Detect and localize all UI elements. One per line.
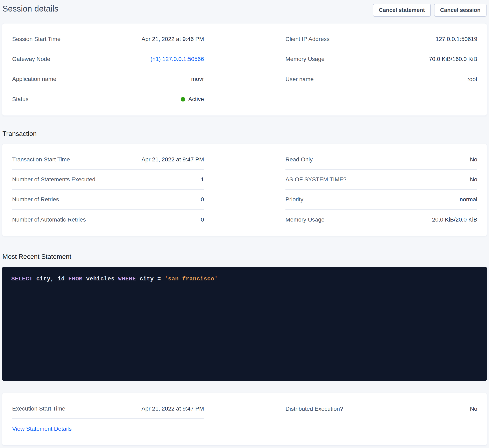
sql-plain-table: vehicles bbox=[82, 276, 118, 282]
gateway-node-label: Gateway Node bbox=[12, 56, 50, 62]
user-name-label: User name bbox=[285, 76, 314, 83]
statement-section-heading: Most Recent Statement bbox=[2, 252, 487, 261]
sql-statement-text: SELECT city, id FROM vehicles WHERE city… bbox=[11, 275, 478, 283]
read-only-value: No bbox=[470, 156, 477, 163]
as-of-system-time-label: AS OF SYSTEM TIME? bbox=[285, 176, 347, 183]
client-ip-value: 127.0.0.1:50619 bbox=[436, 36, 477, 42]
execution-start-time-label: Execution Start Time bbox=[12, 405, 65, 412]
cancel-session-button[interactable]: Cancel session bbox=[434, 4, 487, 17]
retries-value: 0 bbox=[201, 196, 204, 203]
sql-statement-box: SELECT city, id FROM vehicles WHERE city… bbox=[2, 267, 487, 381]
read-only-label: Read Only bbox=[285, 156, 313, 163]
execution-left-column: Execution Start Time Apr 21, 2022 at 9:4… bbox=[12, 399, 204, 439]
session-memory-usage-value: 70.0 KiB/160.0 KiB bbox=[429, 56, 477, 62]
transaction-section-heading: Transaction bbox=[2, 129, 487, 138]
sql-keyword-select: SELECT bbox=[11, 276, 33, 282]
session-summary-columns: Session Start Time Apr 21, 2022 at 9:46 … bbox=[2, 24, 487, 116]
view-statement-details-link[interactable]: View Statement Details bbox=[12, 426, 72, 432]
automatic-retries-label: Number of Automatic Retries bbox=[12, 216, 86, 223]
session-summary-left-column: Session Start Time Apr 21, 2022 at 9:46 … bbox=[12, 29, 204, 109]
execution-columns: Execution Start Time Apr 21, 2022 at 9:4… bbox=[2, 393, 487, 445]
retries-row: Number of Retries 0 bbox=[12, 190, 204, 210]
transaction-start-time-label: Transaction Start Time bbox=[12, 156, 70, 163]
automatic-retries-row: Number of Automatic Retries 0 bbox=[12, 210, 204, 230]
status-row: Status Active bbox=[12, 89, 204, 109]
priority-label: Priority bbox=[285, 196, 303, 203]
user-name-value: root bbox=[467, 76, 477, 83]
execution-start-time-row: Execution Start Time Apr 21, 2022 at 9:4… bbox=[12, 399, 204, 419]
application-name-value: movr bbox=[191, 76, 204, 82]
status-text: Active bbox=[188, 96, 204, 102]
status-value: Active bbox=[181, 96, 204, 102]
sql-string-literal: 'san francisco' bbox=[164, 276, 218, 282]
page-header: Session details Cancel statement Cancel … bbox=[0, 0, 489, 23]
transaction-right-column: Read Only No AS OF SYSTEM TIME? No Prior… bbox=[285, 150, 477, 230]
execution-card: Execution Start Time Apr 21, 2022 at 9:4… bbox=[2, 393, 487, 446]
sql-keyword-from: FROM bbox=[68, 276, 82, 282]
distributed-execution-row: Distributed Execution? No bbox=[285, 399, 477, 419]
client-ip-label: Client IP Address bbox=[285, 36, 329, 42]
as-of-system-time-value: No bbox=[470, 176, 477, 183]
header-actions: Cancel statement Cancel session bbox=[373, 4, 487, 17]
session-details-page: Session details Cancel statement Cancel … bbox=[0, 0, 489, 448]
gateway-node-row: Gateway Node (n1) 127.0.0.1:50566 bbox=[12, 49, 204, 69]
cancel-statement-button[interactable]: Cancel statement bbox=[373, 4, 431, 17]
statements-executed-label: Number of Statements Executed bbox=[12, 176, 96, 183]
read-only-row: Read Only No bbox=[285, 150, 477, 170]
status-label: Status bbox=[12, 96, 28, 102]
application-name-label: Application name bbox=[12, 76, 56, 82]
transaction-memory-usage-row: Memory Usage 20.0 KiB/20.0 KiB bbox=[285, 210, 477, 230]
statements-executed-row: Number of Statements Executed 1 bbox=[12, 170, 204, 190]
automatic-retries-value: 0 bbox=[201, 216, 204, 223]
priority-value: normal bbox=[460, 196, 477, 203]
transaction-memory-usage-label: Memory Usage bbox=[285, 216, 325, 223]
retries-label: Number of Retries bbox=[12, 196, 59, 203]
sql-keyword-where: WHERE bbox=[118, 276, 136, 282]
distributed-execution-label: Distributed Execution? bbox=[285, 406, 343, 412]
transaction-memory-usage-value: 20.0 KiB/20.0 KiB bbox=[432, 216, 477, 223]
as-of-system-time-row: AS OF SYSTEM TIME? No bbox=[285, 170, 477, 190]
view-statement-details-row: View Statement Details bbox=[12, 419, 204, 439]
session-summary-right-column: Client IP Address 127.0.0.1:50619 Memory… bbox=[285, 29, 477, 109]
active-status-dot-icon bbox=[181, 97, 185, 101]
sql-plain-columns: city, id bbox=[33, 276, 68, 282]
transaction-left-column: Transaction Start Time Apr 21, 2022 at 9… bbox=[12, 150, 204, 230]
user-name-row: User name root bbox=[285, 69, 477, 89]
session-memory-usage-label: Memory Usage bbox=[285, 56, 325, 62]
transaction-start-time-row: Transaction Start Time Apr 21, 2022 at 9… bbox=[12, 150, 204, 170]
session-summary-card: Session Start Time Apr 21, 2022 at 9:46 … bbox=[2, 23, 487, 116]
transaction-columns: Transaction Start Time Apr 21, 2022 at 9… bbox=[2, 144, 487, 236]
execution-right-column: Distributed Execution? No bbox=[285, 399, 477, 439]
transaction-card: Transaction Start Time Apr 21, 2022 at 9… bbox=[2, 144, 487, 236]
sql-plain-predicate: city = bbox=[136, 276, 164, 282]
session-memory-usage-row: Memory Usage 70.0 KiB/160.0 KiB bbox=[285, 49, 477, 69]
priority-row: Priority normal bbox=[285, 190, 477, 210]
gateway-node-link[interactable]: (n1) 127.0.0.1:50566 bbox=[150, 56, 204, 62]
execution-start-time-value: Apr 21, 2022 at 9:47 PM bbox=[141, 405, 204, 412]
transaction-start-time-value: Apr 21, 2022 at 9:47 PM bbox=[141, 156, 204, 163]
session-start-time-label: Session Start Time bbox=[12, 36, 60, 42]
statements-executed-value: 1 bbox=[201, 176, 204, 183]
session-start-time-row: Session Start Time Apr 21, 2022 at 9:46 … bbox=[12, 29, 204, 49]
session-start-time-value: Apr 21, 2022 at 9:46 PM bbox=[141, 36, 204, 42]
distributed-execution-value: No bbox=[470, 406, 477, 412]
application-name-row: Application name movr bbox=[12, 69, 204, 89]
client-ip-row: Client IP Address 127.0.0.1:50619 bbox=[285, 29, 477, 49]
